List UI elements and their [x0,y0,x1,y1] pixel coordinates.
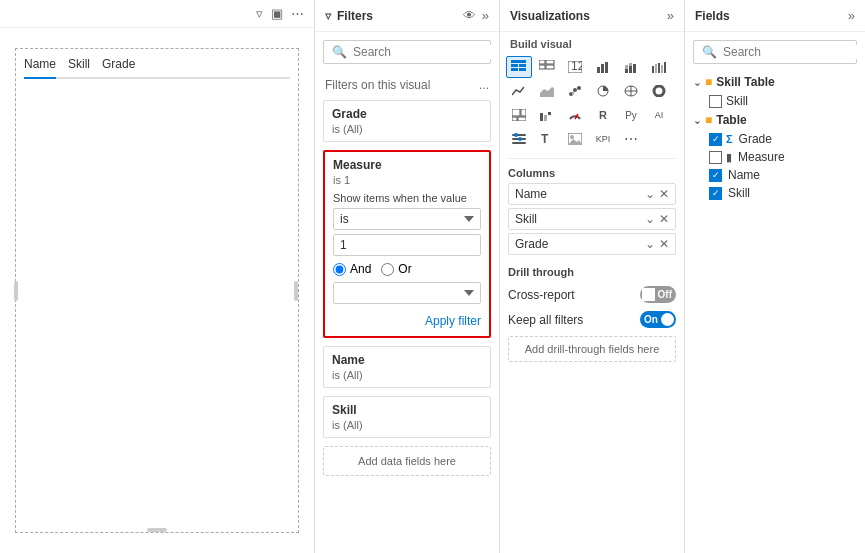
fields-table-grade-item[interactable]: ✓ Σ Grade [685,130,865,148]
or-radio[interactable] [381,263,394,276]
viz-icon-waterfall[interactable] [534,104,560,126]
keep-filters-toggle-label: On [644,314,658,325]
table-measure-checkbox[interactable] [709,151,722,164]
viz-icon-bar[interactable] [590,56,616,78]
svg-rect-6 [546,60,554,64]
viz-icon-text[interactable]: T [534,128,560,150]
keep-filters-toggle[interactable]: On [640,311,676,328]
fields-table-name-item[interactable]: ✓ Name [685,166,865,184]
table-name-checkbox[interactable]: ✓ [709,169,722,182]
measure-value-input[interactable] [333,234,481,256]
viz-icon-py[interactable]: Py [618,104,644,126]
and-radio[interactable] [333,263,346,276]
filters-section-more[interactable]: ... [479,78,489,92]
viz-title: Visualizations [510,9,590,23]
svg-rect-40 [544,115,547,121]
svg-rect-0 [511,60,526,63]
viz-icon-map[interactable] [618,80,644,102]
viz-icon-r[interactable]: R [590,104,616,126]
viz-column-grade[interactable]: Grade ⌄ ✕ [508,233,676,255]
svg-rect-22 [661,65,663,73]
viz-cross-report-label: Cross-report [508,288,575,302]
measure-second-select[interactable] [333,282,481,304]
fields-expand-icon[interactable]: » [848,8,855,23]
viz-column-skill-remove[interactable]: ✕ [659,212,669,226]
filter-icon[interactable]: ▿ [254,4,265,23]
resize-icon[interactable]: ▣ [269,4,285,23]
viz-icon-scatter[interactable] [562,80,588,102]
viz-column-skill-expand[interactable]: ⌄ [645,212,655,226]
viz-icon-matrix[interactable] [534,56,560,78]
viz-drillthrough-add-fields[interactable]: Add drill-through fields here [508,336,676,362]
svg-point-27 [577,86,581,90]
filters-title: ▿ Filters [325,9,373,23]
filter-logic-and[interactable]: And [333,262,371,276]
viz-column-skill-actions: ⌄ ✕ [645,212,669,226]
table-skill-checkbox[interactable]: ✓ [709,187,722,200]
viz-icon-kpi[interactable]: KPI [590,128,616,150]
viz-icon-more[interactable]: ⋯ [618,128,644,150]
viz-icon-donut[interactable] [646,80,672,102]
viz-icon-stacked-bar[interactable] [618,56,644,78]
grade-filter-card[interactable]: Grade is (All) [323,100,491,142]
filters-section-label: Filters on this visual ... [315,72,499,96]
table-skill-label: Skill [728,186,750,200]
fields-table-measure-item[interactable]: ▮ Measure [685,148,865,166]
skill-filter-card[interactable]: Skill is (All) [323,396,491,438]
filters-add-fields-button[interactable]: Add data fields here [323,446,491,476]
viz-build-visual-label: Build visual [500,32,684,54]
resize-handle-left[interactable] [14,281,18,301]
fields-search-input[interactable] [723,45,865,59]
viz-icon-clustered-bar[interactable] [646,56,672,78]
table-grade-checkbox[interactable]: ✓ [709,133,722,146]
name-filter-card[interactable]: Name is (All) [323,346,491,388]
svg-rect-7 [539,65,545,69]
fields-skill-table-skill-item[interactable]: Skill [685,92,865,110]
apply-filter-button[interactable]: Apply filter [425,312,481,330]
viz-icon-table[interactable] [506,56,532,78]
filter-logic-or[interactable]: Or [381,262,411,276]
header-skill: Skill [68,57,90,73]
filters-eye-icon[interactable]: 👁 [463,8,476,23]
measure-condition-select[interactable]: is [333,208,481,230]
filters-search-box[interactable]: 🔍 [323,40,491,64]
fields-table-group[interactable]: ⌄ ■ Table [685,110,865,130]
viz-column-name-remove[interactable]: ✕ [659,187,669,201]
filters-search-input[interactable] [353,45,500,59]
fields-skill-table-group[interactable]: ⌄ ■ Skill Table [685,72,865,92]
viz-icon-gauge[interactable] [562,104,588,126]
svg-rect-35 [512,109,520,116]
more-icon[interactable]: ⋯ [289,4,306,23]
viz-column-skill[interactable]: Skill ⌄ ✕ [508,208,676,230]
viz-icon-treemap[interactable] [506,104,532,126]
svg-rect-13 [605,62,608,73]
resize-handle-right[interactable] [294,281,298,301]
viz-icon-area[interactable] [534,80,560,102]
viz-column-skill-text: Skill [515,212,537,226]
svg-rect-45 [512,142,526,144]
svg-point-47 [518,137,522,141]
viz-icon-line[interactable] [506,80,532,102]
skill-table-label: Skill Table [716,75,774,89]
viz-column-grade-remove[interactable]: ✕ [659,237,669,251]
fields-table-skill-item[interactable]: ✓ Skill [685,184,865,202]
cross-report-toggle[interactable]: Off [640,286,676,303]
viz-column-name[interactable]: Name ⌄ ✕ [508,183,676,205]
viz-icon-slicer[interactable] [506,128,532,150]
viz-expand-icon[interactable]: » [667,8,674,23]
measure-filter-card[interactable]: Measure is 1 Show items when the value i… [323,150,491,338]
resize-handle-bottom[interactable] [147,528,167,532]
filters-expand-icon[interactable]: » [482,8,489,23]
viz-column-grade-expand[interactable]: ⌄ [645,237,655,251]
viz-icon-image[interactable] [562,128,588,150]
svg-rect-11 [597,67,600,73]
viz-icon-card[interactable]: 123 [562,56,588,78]
svg-rect-37 [512,117,517,121]
viz-column-name-expand[interactable]: ⌄ [645,187,655,201]
viz-icon-pie[interactable] [590,80,616,102]
svg-text:123: 123 [571,61,582,73]
skill-table-skill-checkbox[interactable] [709,95,722,108]
and-label: And [350,262,371,276]
viz-icon-ai[interactable]: AI [646,104,672,126]
fields-search-box[interactable]: 🔍 [693,40,857,64]
